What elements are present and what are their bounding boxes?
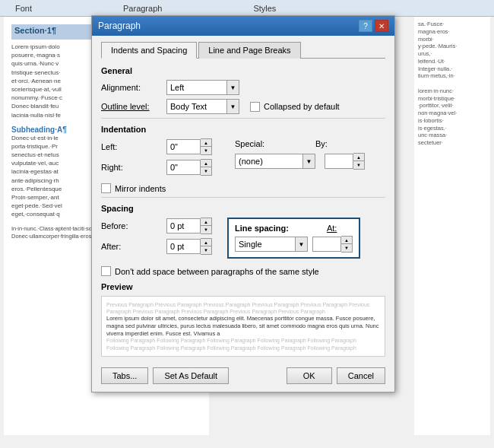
tabs-button[interactable]: Tabs... [101,367,148,384]
document-right-column: sa.·Fusce· magna·eros· morbi· y·pede.·Ma… [414,17,490,435]
after-down[interactable]: ▼ [201,246,211,254]
before-spin-buttons: ▲ ▼ [201,218,212,234]
footer-left-buttons: Tabs... Set As Default [101,367,229,384]
preview-follow-para: Following Paragraph Following Paragraph … [106,337,380,351]
alignment-label: Alignment: [101,83,162,92]
by-up[interactable]: ▲ [353,154,364,161]
indent-right-row: Right: 0" ▲ ▼ [101,159,212,176]
set-default-button[interactable]: Set As Default [153,367,229,384]
indent-right-spinner[interactable]: 0" ▲ ▼ [166,159,212,176]
indent-left-spin-buttons: ▲ ▼ [201,138,212,155]
indent-right-up[interactable]: ▲ [201,160,211,167]
collapsed-checkbox[interactable] [250,102,260,112]
spacing-left-col: Before: 0 pt ▲ ▼ After: 0 pt ▲ [101,218,212,259]
tab-bar: Indents and Spacing Line and Page Breaks [101,42,385,59]
spacing-section-label: Spacing [101,204,385,213]
at-up[interactable]: ▲ [341,237,352,244]
collapsed-label: Collapsed by default [264,102,340,111]
after-row: After: 0 pt ▲ ▼ [101,238,212,255]
mirror-checkbox-row: Mirror indents [101,183,385,193]
preview-prev-para: Previous Paragraph Previous Paragraph Pr… [106,301,380,315]
help-button[interactable]: ? [359,20,372,32]
special-row: Special: By: [235,138,365,149]
outline-label: Outline level: [101,102,162,111]
indent-left-row: Left: 0" ▲ ▼ [101,138,212,155]
by-spinner[interactable]: ▲ ▼ [325,153,365,170]
cancel-button[interactable]: Cancel [337,367,385,384]
special-arrow[interactable]: ▼ [303,154,315,169]
indent-left-spinner[interactable]: 0" ▲ ▼ [166,138,212,155]
toolbar-paragraph-label: Paragraph [123,4,162,13]
line-spacing-box: Line spacing: At: Single ▼ ▲ ▼ [227,218,360,259]
outline-value: Body Text [166,99,227,114]
indent-left-up[interactable]: ▲ [201,139,211,147]
by-spin-buttons: ▲ ▼ [353,153,365,170]
titlebar-buttons: ? ✕ [359,20,388,32]
preview-area: Previous Paragraph Previous Paragraph Pr… [101,296,385,357]
indent-right-down[interactable]: ▼ [201,167,211,175]
before-value: 0 pt [166,218,201,234]
outline-row: Outline level: Body Text ▼ Collapsed by … [101,99,385,114]
tab-line-page-breaks[interactable]: Line and Page Breaks [198,42,300,59]
at-value [312,237,341,252]
indent-right-value: 0" [166,160,201,175]
paragraph-dialog: Paragraph ? ✕ Indents and Spacing Line a… [91,15,395,392]
indent-right-spin-buttons: ▲ ▼ [201,159,212,176]
after-spin-buttons: ▲ ▼ [201,238,212,255]
at-spin-buttons: ▲ ▼ [341,236,353,253]
indent-left-down[interactable]: ▼ [201,147,211,154]
special-value: (none) [235,154,303,169]
after-label: After: [101,242,162,251]
by-label: By: [315,139,328,148]
right-col-text: sa.·Fusce· magna·eros· morbi· y·pede.·Ma… [418,21,486,147]
dont-add-space-label: Don't add space between paragraphs of th… [115,267,319,276]
alignment-value: Left [166,80,227,95]
indent-special-col: Special: By: (none) ▼ ▲ ▼ [235,138,365,173]
mirror-label: Mirror indents [115,184,166,193]
tab-indents-spacing[interactable]: Indents and Spacing [101,42,197,59]
line-spacing-arrow[interactable]: ▼ [296,237,308,252]
before-up[interactable]: ▲ [201,218,211,226]
alignment-select[interactable]: Left ▼ [166,80,239,95]
line-spacing-select[interactable]: Single ▼ [235,237,308,252]
at-down[interactable]: ▼ [341,244,352,252]
indent-left-label: Left: [101,142,162,151]
line-spacing-header: Line spacing: At: [235,224,353,233]
indent-left-value: 0" [166,139,201,154]
dont-add-space-checkbox[interactable] [101,266,111,276]
before-row: Before: 0 pt ▲ ▼ [101,218,212,234]
after-value: 0 pt [166,239,201,254]
toolbar-styles-label: Styles [253,4,276,13]
after-spinner[interactable]: 0 pt ▲ ▼ [166,238,212,255]
indent-right-label: Right: [101,163,162,172]
indent-left-col: Left: 0" ▲ ▼ Right: 0" ▲ [101,138,212,180]
close-button[interactable]: ✕ [375,20,388,32]
by-value [325,154,353,169]
dialog-footer: Tabs... Set As Default OK Cancel [101,363,385,384]
dont-add-space-row: Don't add space between paragraphs of th… [101,266,385,276]
collapsed-checkbox-row: Collapsed by default [250,102,340,112]
footer-right-buttons: OK Cancel [287,367,385,384]
line-spacing-value: Single [235,237,296,252]
by-down[interactable]: ▼ [353,161,364,169]
preview-body: Lorem ipsum dolor sit amet, consectetur … [106,315,380,337]
after-up[interactable]: ▲ [201,239,211,246]
subheading: Subheading·A¶ [11,126,67,134]
ok-button[interactable]: OK [287,367,332,384]
special-value-row: (none) ▼ ▲ ▼ [235,153,365,170]
indentation-section-label: Indentation [101,125,385,134]
outline-arrow[interactable]: ▼ [227,99,239,114]
special-select[interactable]: (none) ▼ [235,154,315,169]
toolbar: Font Paragraph Styles [0,0,494,17]
alignment-arrow[interactable]: ▼ [227,80,239,95]
at-spinner[interactable]: ▲ ▼ [312,236,353,253]
before-label: Before: [101,221,162,230]
at-header-label: At: [327,224,337,233]
general-section-label: General [101,66,385,75]
before-spinner[interactable]: 0 pt ▲ ▼ [166,218,212,234]
mirror-checkbox[interactable] [101,183,111,193]
dialog-title: Paragraph [98,21,141,31]
before-down[interactable]: ▼ [201,226,211,234]
outline-select[interactable]: Body Text ▼ [166,99,239,114]
line-spacing-header-label: Line spacing: [235,224,289,233]
